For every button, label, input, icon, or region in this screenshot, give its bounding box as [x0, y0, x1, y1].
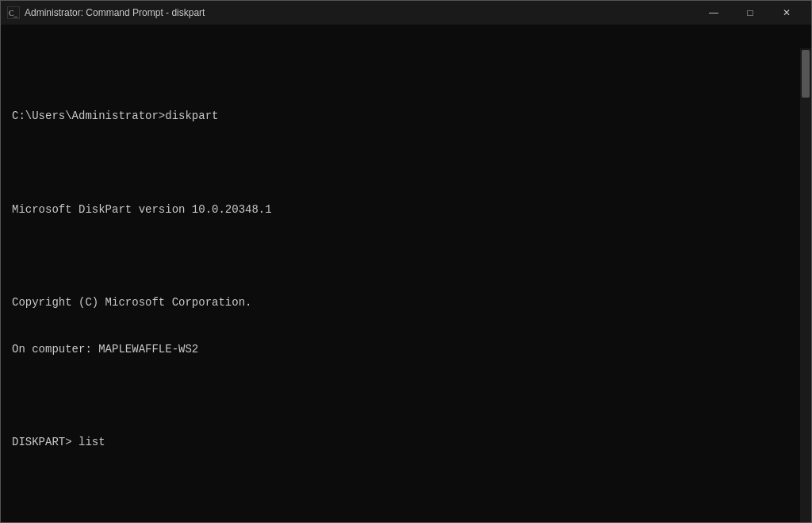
terminal-body[interactable]: C:\Users\Administrator>diskpart Microsof…: [1, 25, 811, 522]
terminal-content: C:\Users\Administrator>diskpart Microsof…: [12, 31, 792, 522]
title-bar-left: C_ Administrator: Command Prompt - diskp…: [7, 6, 205, 19]
svg-text:C_: C_: [9, 9, 17, 17]
title-bar-controls: — □ ✕: [695, 1, 805, 25]
minimize-button[interactable]: —: [695, 1, 732, 25]
scrollbar-thumb[interactable]: [802, 50, 810, 98]
blank-line-4: [12, 389, 792, 405]
computer-line: On computer: MAPLEWAFFLE-WS2: [12, 342, 792, 358]
scrollbar-track[interactable]: [800, 48, 811, 522]
maximize-button[interactable]: □: [732, 1, 768, 25]
close-button[interactable]: ✕: [768, 1, 805, 25]
copyright-line: Copyright (C) Microsoft Corporation.: [12, 295, 792, 311]
cmd-icon: C_: [7, 6, 20, 19]
blank-line-2: [12, 156, 792, 171]
cmd-window: C_ Administrator: Command Prompt - diskp…: [0, 0, 812, 523]
initial-command: C:\Users\Administrator>diskpart: [12, 109, 792, 125]
blank-line-1: [12, 62, 792, 78]
list-command: DISKPART> list: [12, 435, 792, 451]
blank-line-5: [12, 482, 792, 498]
version-line-1: Microsoft DiskPart version 10.0.20348.1: [12, 202, 792, 218]
window-title: Administrator: Command Prompt - diskpart: [25, 7, 205, 18]
blank-line-3: [12, 248, 792, 264]
title-bar: C_ Administrator: Command Prompt - diskp…: [1, 1, 811, 25]
